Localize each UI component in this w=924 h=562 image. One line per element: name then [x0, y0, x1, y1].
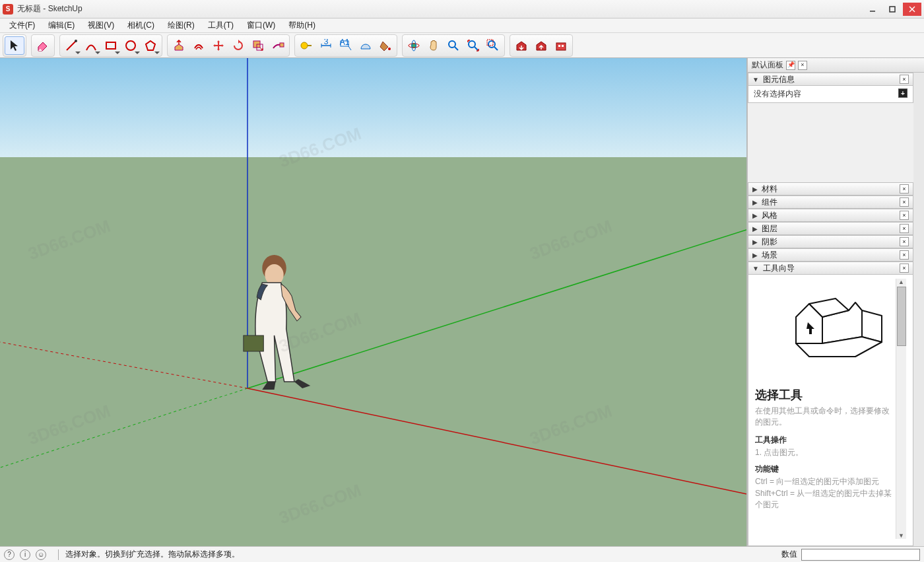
panel-title: 阴影 — [762, 236, 777, 248]
panel-材料-header[interactable]: ▶材料× — [748, 182, 913, 195]
svg-point-27 — [488, 41, 495, 48]
panel-close-icon[interactable]: × — [900, 197, 909, 207]
tray-title: 默认面板 — [752, 59, 783, 71]
viewport[interactable]: 3D66.COM 3D66.COM 3D66.COM 3D66.COM 3D66… — [0, 58, 747, 546]
panel-title: 场景 — [762, 250, 777, 261]
menu-help[interactable]: 帮助(H) — [282, 18, 322, 32]
expand-details-icon[interactable]: + — [898, 88, 908, 98]
panel-title: 风格 — [762, 210, 777, 221]
panel-instructor-header[interactable]: ▼ 工具向导 × — [748, 262, 913, 275]
app-icon: S — [3, 4, 13, 15]
tray-scrollbar[interactable] — [913, 73, 924, 546]
content-area: 3D66.COM 3D66.COM 3D66.COM 3D66.COM 3D66… — [0, 58, 924, 546]
scale-tool[interactable] — [248, 36, 268, 55]
move-tool[interactable] — [209, 36, 228, 55]
menu-draw[interactable]: 绘图(R) — [161, 18, 201, 32]
pin-icon[interactable]: 📌 — [786, 61, 795, 70]
svg-line-18 — [348, 46, 351, 50]
panel-close-icon[interactable]: × — [900, 237, 909, 246]
arc-tool[interactable] — [81, 36, 101, 55]
zoom-window-tool[interactable] — [483, 36, 503, 55]
measurement-input[interactable] — [801, 549, 920, 561]
panel-instructor-body: 选择工具 在使用其他工具或命令时，选择要修改的图元。 工具操作 1. 点击图元。… — [748, 275, 913, 546]
instructor-ops-label: 工具操作 — [755, 435, 896, 446]
instructor-tool-desc: 在使用其他工具或命令时，选择要修改的图元。 — [755, 405, 896, 428]
help-icon[interactable]: ? — [4, 549, 15, 560]
expand-arrow-icon: ▶ — [752, 225, 758, 232]
circle-tool[interactable] — [121, 36, 141, 55]
warehouse-get[interactable] — [512, 36, 531, 55]
panel-close-icon[interactable]: × — [900, 250, 909, 260]
close-button[interactable] — [903, 3, 921, 16]
panel-图层-header[interactable]: ▶图层× — [748, 222, 913, 235]
orbit-tool[interactable] — [404, 36, 424, 55]
svg-rect-33 — [0, 58, 746, 157]
tape-measure-tool[interactable] — [296, 36, 316, 55]
status-bar: ? i ☺ 选择对象。切换到扩充选择。拖动鼠标选择多项。 数值 — [0, 546, 924, 562]
menu-file[interactable]: 文件(F) — [3, 18, 42, 32]
panel-title: 材料 — [762, 184, 777, 195]
svg-marker-8 — [146, 41, 155, 50]
menu-window[interactable]: 窗口(W) — [240, 18, 282, 32]
line-tool[interactable] — [61, 36, 81, 55]
panel-close-icon[interactable]: × — [900, 224, 909, 233]
collapse-arrow-icon: ▼ — [752, 76, 759, 83]
warehouse-share[interactable] — [531, 36, 551, 55]
panel-close-icon[interactable]: × — [900, 184, 909, 193]
panel-close-icon[interactable]: × — [900, 75, 909, 84]
svg-point-7 — [126, 41, 135, 50]
followme-tool[interactable] — [268, 36, 288, 55]
toolbar: 3A1 — [0, 33, 924, 58]
tray-header[interactable]: 默认面板 📌 × — [748, 58, 924, 73]
svg-rect-34 — [0, 157, 746, 546]
expand-arrow-icon: ▶ — [752, 186, 758, 193]
eraser-tool[interactable] — [33, 36, 53, 55]
maximize-button[interactable] — [883, 3, 902, 16]
pan-tool[interactable] — [424, 36, 444, 55]
pushpull-tool[interactable] — [169, 36, 189, 55]
instructor-key: Ctrl = 向一组选定的图元中添加图元 — [755, 476, 896, 487]
panel-组件-header[interactable]: ▶组件× — [748, 195, 913, 209]
svg-point-23 — [449, 41, 455, 48]
polygon-tool[interactable] — [141, 36, 160, 55]
rectangle-tool[interactable] — [101, 36, 121, 55]
text-tool[interactable]: A1 — [336, 36, 356, 55]
panel-阴影-header[interactable]: ▶阴影× — [748, 235, 913, 248]
protractor-tool[interactable] — [356, 36, 376, 55]
zoom-extents-tool[interactable] — [463, 36, 483, 55]
panel-entity-info-header[interactable]: ▼ 图元信息 × — [748, 73, 913, 86]
svg-rect-11 — [280, 43, 284, 47]
paint-bucket-tool[interactable] — [376, 36, 395, 55]
rotate-tool[interactable] — [228, 36, 248, 55]
tray-close-icon[interactable]: × — [798, 61, 807, 70]
svg-rect-32 — [562, 45, 564, 47]
title-bar: S 无标题 - SketchUp — [0, 0, 924, 18]
panel-风格-header[interactable]: ▶风格× — [748, 209, 913, 222]
minimize-button[interactable] — [863, 3, 882, 16]
menu-edit[interactable]: 编辑(E) — [42, 18, 81, 32]
menu-view[interactable]: 视图(V) — [81, 18, 121, 32]
instructor-scrollbar[interactable]: ▲ ▼ — [896, 279, 906, 539]
panel-场景-header[interactable]: ▶场景× — [748, 248, 913, 262]
zoom-tool[interactable] — [444, 36, 463, 55]
panel-close-icon[interactable]: × — [900, 211, 909, 220]
expand-arrow-icon: ▶ — [752, 252, 758, 259]
instructor-tool-title: 选择工具 — [755, 387, 896, 403]
svg-rect-31 — [558, 45, 560, 47]
panel-close-icon[interactable]: × — [900, 263, 909, 273]
offset-tool[interactable] — [189, 36, 209, 55]
select-tool[interactable] — [5, 36, 24, 55]
menu-camera[interactable]: 相机(C) — [121, 18, 161, 32]
info-icon[interactable]: i — [20, 549, 30, 560]
extension-warehouse[interactable] — [551, 36, 571, 55]
user-icon[interactable]: ☺ — [36, 549, 46, 560]
menu-tools[interactable]: 工具(T) — [201, 18, 240, 32]
dimension-tool[interactable]: 3 — [316, 36, 336, 55]
default-tray: 默认面板 📌 × ▼ 图元信息 × + 没有选择内容 ▶材料×▶组件×▶风格 — [747, 58, 924, 546]
svg-line-28 — [494, 47, 498, 50]
status-hint: 选择对象。切换到扩充选择。拖动鼠标选择多项。 — [65, 549, 240, 560]
instructor-step: 1. 点击图元。 — [755, 447, 896, 458]
svg-point-41 — [265, 264, 283, 285]
svg-rect-42 — [244, 335, 263, 351]
expand-arrow-icon: ▶ — [752, 238, 758, 246]
